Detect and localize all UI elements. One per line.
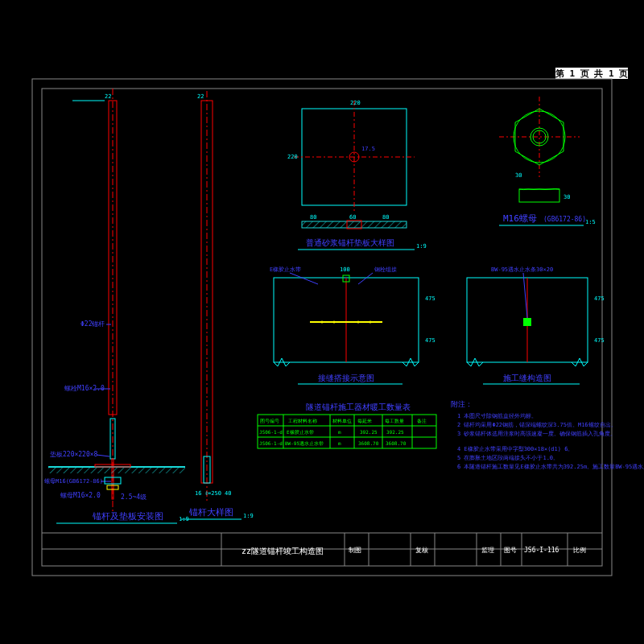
- svg-text:1 本图尺寸除钢筋直径外均标。: 1 本图尺寸除钢筋直径外均标。: [457, 413, 537, 419]
- plate-title: 普通砂浆锚杆垫板大样图: [306, 238, 394, 247]
- svg-text:m: m: [338, 429, 341, 435]
- svg-text:比例: 比例: [573, 547, 586, 554]
- svg-text:制图: 制图: [349, 547, 361, 554]
- svg-text:17.5: 17.5: [361, 146, 375, 152]
- svg-text:材料单位: 材料单位: [332, 418, 352, 423]
- svg-text:备注: 备注: [417, 418, 427, 423]
- svg-text:3 砂浆锚杆体选用注浆时高强速凝一度。确保钢筋插入孔角度。: 3 砂浆锚杆体选用注浆时高强速凝一度。确保钢筋插入孔角度。: [457, 431, 616, 437]
- svg-text:每工数量: 每工数量: [385, 418, 404, 423]
- svg-text:80: 80: [310, 214, 316, 221]
- svg-text:22: 22: [197, 93, 204, 100]
- svg-text:图号编号: 图号编号: [260, 418, 279, 423]
- plate-width: 220: [350, 100, 361, 106]
- svg-text:2.5~4级: 2.5~4级: [121, 493, 147, 501]
- joint2-title: 施工缝构造图: [503, 374, 551, 382]
- svg-text:螺母M16(GB6172-86): 螺母M16(GB6172-86): [44, 478, 103, 485]
- svg-point-57: [321, 321, 324, 324]
- svg-text:E橡胶止水带: E橡胶止水带: [287, 429, 314, 435]
- svg-text:5 在膨胀土地区段两端接头不小于1.0。: 5 在膨胀土地区段两端接头不小于1.0。: [457, 455, 559, 461]
- svg-text:(GB6172-86): (GB6172-86): [543, 216, 586, 223]
- svg-text:工程材料名称: 工程材料名称: [288, 418, 317, 423]
- joint1-title: 接缝搭接示意图: [318, 374, 374, 382]
- svg-text:1:9: 1:9: [243, 513, 254, 519]
- svg-text:E橡胶止水带: E橡胶止水带: [270, 266, 301, 273]
- svg-rect-18: [48, 467, 185, 473]
- svg-point-60: [369, 321, 372, 324]
- svg-text:BW-95遇水止水条30×20: BW-95遇水止水条30×20: [491, 266, 553, 273]
- detail-title: 锚杆大样图: [188, 507, 233, 518]
- svg-text:每延米: 每延米: [357, 418, 372, 423]
- svg-text:监理: 监理: [481, 547, 494, 554]
- plate-height: 220: [287, 154, 298, 160]
- svg-text:图号: 图号: [504, 547, 517, 554]
- drawing-title: zz隧道锚杆竣工构造图: [242, 547, 324, 555]
- svg-text:392.25: 392.25: [360, 429, 378, 435]
- svg-text:JS06-1-d: JS06-1-d: [259, 440, 283, 446]
- svg-text:392.25: 392.25: [386, 429, 404, 435]
- svg-point-58: [333, 321, 336, 324]
- svg-text:3608.70: 3608.70: [358, 440, 379, 446]
- nut-dim: 30: [515, 172, 522, 179]
- svg-point-59: [357, 321, 360, 324]
- drawing-number: JS6-I-116: [524, 547, 559, 554]
- svg-text:475: 475: [425, 295, 436, 302]
- svg-text:垫板220×220×8: 垫板220×220×8: [50, 451, 98, 458]
- page-banner: 第 1 页 共 1 页: [555, 68, 628, 79]
- svg-text:60: 60: [349, 214, 356, 221]
- svg-text:475: 475: [425, 337, 436, 344]
- svg-text:475: 475: [594, 295, 605, 302]
- svg-text:30: 30: [564, 194, 570, 200]
- svg-text:4 E橡胶止水带采用中字型300×18×(d1) 6。: 4 E橡胶止水带采用中字型300×18×(d1) 6。: [457, 446, 573, 452]
- svg-text:钢栓组接: 钢栓组接: [374, 266, 397, 273]
- svg-text:475: 475: [594, 337, 605, 344]
- svg-text:80: 80: [382, 214, 389, 221]
- anchor-title: 锚杆及垫板安装图: [92, 511, 163, 522]
- svg-text:螺母M16×2.0: 螺母M16×2.0: [60, 492, 101, 499]
- svg-rect-36: [302, 221, 407, 228]
- svg-text:m: m: [338, 440, 341, 446]
- svg-text:22: 22: [105, 93, 111, 100]
- svg-text:100: 100: [340, 266, 350, 273]
- svg-text:16 ℓ=250 40: 16 ℓ=250 40: [195, 490, 232, 497]
- nut-title: M16螺母: [503, 213, 537, 224]
- svg-text:BW-95遇水止水带: BW-95遇水止水带: [285, 440, 324, 446]
- svg-text:1:9: 1:9: [416, 243, 427, 250]
- mat-title: 隧道锚杆施工器材暖工数量表: [306, 402, 411, 411]
- notes-title: 附注：: [451, 400, 473, 408]
- svg-text:6 本隧道锚杆施工数量见E橡胶止水带共为392.25m。施工: 6 本隧道锚杆施工数量见E橡胶止水带共为392.25m。施工数量BW-95遇水止…: [457, 464, 644, 470]
- svg-text:复核: 复核: [415, 547, 428, 554]
- svg-text:3608.70: 3608.70: [386, 440, 407, 446]
- svg-text:JS06-1-d: JS06-1-d: [259, 429, 283, 435]
- svg-text:2 锚杆均采用Φ22钢筋，锚深端螺纹深3.75倍。M16螺纹: 2 锚杆均采用Φ22钢筋，锚深端螺纹深3.75倍。M16螺纹自出。: [457, 422, 617, 428]
- svg-text:Φ22锚杆: Φ22锚杆: [80, 320, 105, 328]
- svg-rect-72: [523, 318, 531, 326]
- svg-text:1:5: 1:5: [585, 219, 596, 225]
